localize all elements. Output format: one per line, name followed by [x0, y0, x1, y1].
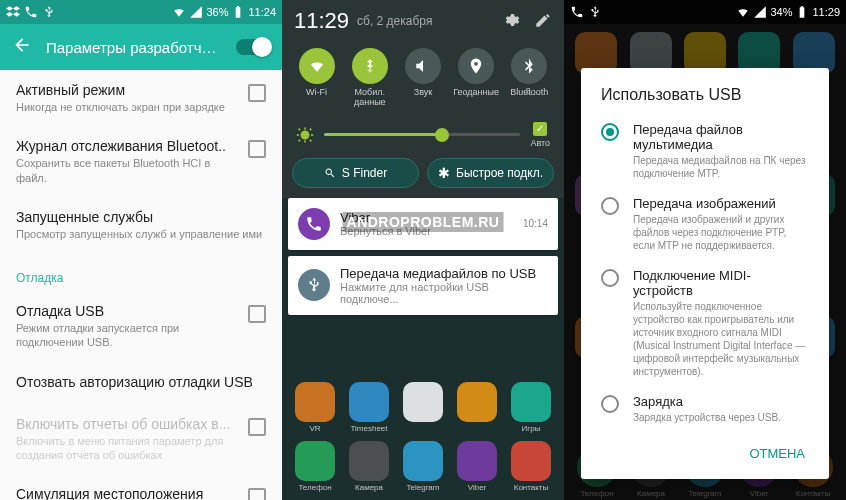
- phone-usb-dialog: 34% 11:29 Телефон Камера Telegram Viber …: [564, 0, 846, 500]
- status-bar: 36% 11:24: [0, 0, 282, 24]
- usb-icon: [298, 269, 330, 301]
- setting-item[interactable]: Отозвать авторизацию отладки USB: [0, 362, 282, 404]
- brightness-slider[interactable]: ✓ Авто 5: [282, 116, 564, 158]
- setting-item[interactable]: Симуляция местоположения: [0, 474, 282, 500]
- radio-title: Подключение MIDI-устройств: [633, 268, 809, 298]
- app-icon[interactable]: [397, 382, 449, 433]
- settings-header: Параметры разработчи...: [0, 24, 282, 70]
- radio-option[interactable]: Подключение MIDI-устройств Используйте п…: [581, 260, 829, 386]
- notif-time: 10:14: [523, 218, 548, 229]
- app-icon[interactable]: Viber: [451, 441, 503, 492]
- setting-item[interactable]: Включить отчеты об ошибках в... Включить…: [0, 404, 282, 475]
- phone-notification-shade: VR Timesheet Игры Телефон Камера Telegra…: [282, 0, 564, 500]
- setting-item[interactable]: Активный режим Никогда не отключать экра…: [0, 70, 282, 126]
- qs-toggle-звук[interactable]: Звук: [398, 48, 448, 108]
- qs-toggle-мобил--данные[interactable]: Мобил. данные: [345, 48, 395, 108]
- checkbox[interactable]: [248, 418, 266, 436]
- radio-title: Передача файлов мультимедиа: [633, 122, 809, 152]
- phone-icon: [24, 5, 38, 19]
- s-finder-button[interactable]: S Finder: [292, 158, 419, 188]
- setting-title: Запущенные службы: [16, 209, 266, 225]
- setting-subtitle: Просмотр запущенных служб и управление и…: [16, 227, 266, 241]
- battery-percent: 34%: [770, 6, 792, 18]
- edit-icon[interactable]: [534, 11, 552, 32]
- dropbox-icon: [6, 5, 20, 19]
- settings-icon[interactable]: [502, 11, 520, 32]
- app-icon[interactable]: VR: [289, 382, 341, 433]
- qs-toggle-bluetooth[interactable]: Bluetooth: [504, 48, 554, 108]
- usb-icon: [42, 5, 56, 19]
- phone-settings: 36% 11:24 Параметры разработчи... Активн…: [0, 0, 282, 500]
- app-icon[interactable]: [451, 382, 503, 433]
- setting-subtitle: Включить в меню питания параметр для соз…: [16, 434, 236, 463]
- radio-option[interactable]: Передача изображений Передача изображени…: [581, 188, 829, 260]
- wifi-icon: [736, 5, 750, 19]
- notif-title: Передача медиафайлов по USB: [340, 266, 548, 281]
- setting-title: Симуляция местоположения: [16, 486, 236, 500]
- setting-subtitle: Сохранить все пакеты Bluetooth HCI в фай…: [16, 156, 236, 185]
- watermark: ANDROPROBLEM.RU: [343, 212, 504, 232]
- master-toggle[interactable]: [236, 39, 270, 55]
- setting-title: Отладка USB: [16, 303, 236, 319]
- radio-button[interactable]: [601, 395, 619, 413]
- radio-subtitle: Передача изображений и других файлов чер…: [633, 213, 809, 252]
- quick-connect-button[interactable]: ✱ Быстрое подкл.: [427, 158, 554, 188]
- dialog-overlay[interactable]: Использовать USB Передача файлов мультим…: [564, 24, 846, 500]
- notification-card[interactable]: Передача медиафайлов по USB Нажмите для …: [288, 256, 558, 315]
- setting-title: Журнал отслеживания Bluetoot..: [16, 138, 236, 154]
- status-bar: 34% 11:29: [564, 0, 846, 24]
- status-time: 11:29: [812, 6, 840, 18]
- usb-dialog: Использовать USB Передача файлов мультим…: [581, 68, 829, 479]
- radio-title: Зарядка: [633, 394, 809, 409]
- setting-item[interactable]: Журнал отслеживания Bluetoot.. Сохранить…: [0, 126, 282, 197]
- app-icon[interactable]: Контакты: [505, 441, 557, 492]
- setting-item[interactable]: Запущенные службы Просмотр запущенных сл…: [0, 197, 282, 253]
- app-icon[interactable]: Телефон: [289, 441, 341, 492]
- app-icon[interactable]: Timesheet: [343, 382, 395, 433]
- viber-icon: [298, 208, 330, 240]
- dialog-title: Использовать USB: [581, 86, 829, 114]
- qs-toggle-wi-fi[interactable]: Wi-Fi: [292, 48, 342, 108]
- radio-button[interactable]: [601, 269, 619, 287]
- checkbox[interactable]: [248, 140, 266, 158]
- battery-icon: [795, 5, 809, 19]
- cancel-button[interactable]: ОТМЕНА: [739, 438, 815, 469]
- radio-subtitle: Используйте подключенное устройство как …: [633, 300, 809, 378]
- qs-toggle-геоданные[interactable]: Геоданные: [451, 48, 501, 108]
- app-icon[interactable]: Игры: [505, 382, 557, 433]
- setting-title: Включить отчеты об ошибках в...: [16, 416, 236, 432]
- setting-item[interactable]: Отладка USB Режим отладки запускается пр…: [0, 291, 282, 362]
- signal-icon: [753, 5, 767, 19]
- battery-icon: [231, 5, 245, 19]
- auto-brightness-label: Авто: [530, 138, 550, 148]
- brightness-icon: [296, 126, 314, 144]
- app-icon[interactable]: Telegram: [397, 441, 449, 492]
- usb-icon: [588, 5, 602, 19]
- section-debug: Отладка: [0, 261, 282, 291]
- auto-brightness-checkbox[interactable]: ✓: [533, 122, 547, 136]
- radio-subtitle: Передача медиафайлов на ПК через подключ…: [633, 154, 809, 180]
- checkbox[interactable]: [248, 305, 266, 323]
- setting-subtitle: Никогда не отключать экран при зарядке: [16, 100, 236, 114]
- radio-button[interactable]: [601, 197, 619, 215]
- app-icon[interactable]: Камера: [343, 441, 395, 492]
- checkbox[interactable]: [248, 84, 266, 102]
- quick-settings-panel: 11:29 сб, 2 декабря Wi-Fi Мобил. данные …: [282, 0, 564, 198]
- radio-button[interactable]: [601, 123, 619, 141]
- radio-title: Передача изображений: [633, 196, 809, 211]
- brightness-value: 5: [526, 86, 531, 96]
- phone-icon: [570, 5, 584, 19]
- shade-time: 11:29: [294, 8, 349, 34]
- radio-subtitle: Зарядка устройства через USB.: [633, 411, 809, 424]
- setting-subtitle: Режим отладки запускается при подключени…: [16, 321, 236, 350]
- status-time: 11:24: [248, 6, 276, 18]
- signal-icon: [189, 5, 203, 19]
- checkbox[interactable]: [248, 488, 266, 500]
- setting-title: Активный режим: [16, 82, 236, 98]
- wifi-icon: [172, 5, 186, 19]
- setting-title: Отозвать авторизацию отладки USB: [16, 374, 266, 390]
- radio-option[interactable]: Передача файлов мультимедиа Передача мед…: [581, 114, 829, 188]
- page-title: Параметры разработчи...: [46, 39, 222, 56]
- back-icon[interactable]: [12, 35, 32, 59]
- radio-option[interactable]: Зарядка Зарядка устройства через USB.: [581, 386, 829, 432]
